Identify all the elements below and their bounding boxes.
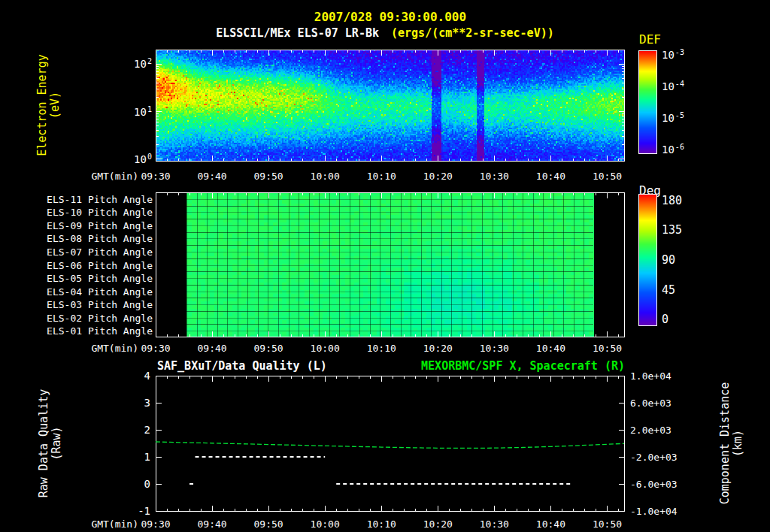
- deg-tick-label: 45: [662, 283, 675, 297]
- energy-tick-label: 100: [0, 153, 152, 165]
- def-tick-label: 10-3: [662, 49, 684, 61]
- def-tick-label-exp: -3: [675, 48, 684, 56]
- def-tick-label: 10-4: [662, 80, 684, 92]
- pitch-row-label: ELS-08 Pitch Angle: [0, 233, 153, 244]
- def-tick-label-exp: -5: [675, 111, 684, 119]
- distance-tick-label: -2.0e+03: [630, 452, 678, 463]
- pitch-row-label: ELS-03 Pitch Angle: [0, 299, 153, 310]
- deg-tick-label: 135: [662, 223, 682, 237]
- time-tick-label: 09:40: [197, 343, 226, 354]
- quality-tick-label: 1: [0, 451, 150, 463]
- bottom-right-series-title: MEXORBMC/SPF X, Spacecraft (R): [156, 359, 625, 373]
- pitch-row-label: ELS-07 Pitch Angle: [0, 246, 153, 257]
- energy-tick-label-base: 10: [134, 106, 147, 118]
- electron-energy-spectrogram: [156, 50, 625, 162]
- distance-ylabel-line1: Component Distance: [719, 382, 732, 505]
- def-tick-label-base: 10: [662, 144, 675, 156]
- time-tick-label: 10:40: [536, 343, 565, 354]
- energy-tick-label-base: 10: [134, 58, 147, 70]
- time-axis-bottom: GMT(min) 09:3009:4009:5010:0010:1010:201…: [0, 518, 770, 530]
- def-colorbar: [638, 50, 657, 154]
- subtitle-units: (ergs/(cm**2-sr-sec-eV)): [391, 26, 554, 40]
- quality-tick-label: -1: [0, 505, 150, 517]
- time-tick-label: 10:30: [480, 343, 509, 354]
- time-axis-middle: GMT(min) 09:3009:4009:5010:0010:1010:201…: [0, 343, 770, 355]
- quality-tick-label: 4: [0, 370, 150, 382]
- distance-tick-label: 1.0e+04: [630, 370, 671, 382]
- distance-tick-label: 2.0e+03: [630, 425, 671, 436]
- pitch-row-label: ELS-05 Pitch Angle: [0, 273, 153, 284]
- distance-ylabel: Component Distance (km): [719, 382, 744, 505]
- time-tick-label: 10:50: [593, 518, 622, 530]
- time-tick-label: 10:10: [367, 518, 396, 530]
- time-tick-label: 10:20: [423, 171, 453, 182]
- def-tick-label-base: 10: [662, 112, 675, 124]
- page-title: 2007/028 09:30:00.000: [156, 10, 625, 24]
- time-tick-label: 10:50: [593, 171, 622, 182]
- energy-tick-label: 101: [0, 106, 152, 118]
- def-tick-label-exp: -6: [675, 143, 684, 151]
- time-tick-label: 09:30: [141, 343, 170, 354]
- distance-tick-label: -1.0e+04: [630, 506, 678, 517]
- pitch-row-label: ELS-02 Pitch Angle: [0, 312, 153, 323]
- time-tick-label: 09:30: [141, 518, 170, 530]
- time-tick-label: 10:00: [311, 171, 340, 182]
- time-tick-label: 10:10: [367, 343, 396, 354]
- quality-tick-label: 3: [0, 397, 150, 409]
- quality-tick-label: 2: [0, 424, 150, 436]
- time-tick-label: 09:50: [254, 343, 283, 354]
- pitch-row-label: ELS-09 Pitch Angle: [0, 219, 153, 231]
- time-tick-label: 10:20: [423, 343, 453, 354]
- time-tick-label: 10:10: [367, 171, 396, 182]
- time-tick-label: 10:40: [536, 518, 565, 530]
- time-tick-label: 10:50: [593, 343, 622, 354]
- pitch-row-label: ELS-06 Pitch Angle: [0, 259, 153, 271]
- energy-tick-label-exp: 2: [147, 57, 152, 65]
- def-tick-label: 10-5: [662, 112, 684, 124]
- energy-tick-label-base: 10: [134, 153, 147, 165]
- def-colorbar-title: DEF: [639, 32, 661, 47]
- energy-tick-label-exp: 1: [147, 105, 152, 113]
- def-tick-label-base: 10: [662, 80, 675, 92]
- def-tick-label: 10-6: [662, 144, 684, 156]
- pitch-row-label: ELS-01 Pitch Angle: [0, 325, 153, 337]
- energy-tick-label: 102: [0, 58, 152, 70]
- deg-tick-label: 0: [662, 313, 668, 326]
- pitch-angle-heatmap: [156, 192, 625, 337]
- time-tick-label: 09:40: [197, 171, 226, 182]
- time-tick-label: 09:40: [197, 518, 226, 530]
- gmt-axis-label: GMT(min): [84, 343, 138, 354]
- time-tick-label: 10:20: [423, 518, 453, 530]
- time-tick-label: 10:30: [480, 518, 509, 530]
- time-tick-label: 10:00: [311, 343, 340, 354]
- science-plot-window: 2007/028 09:30:00.000 ELSSCIL/MEx ELS-07…: [0, 0, 770, 532]
- pitch-row-label: ELS-04 Pitch Angle: [0, 286, 153, 297]
- quality-distance-chart: [156, 376, 625, 512]
- time-tick-label: 10:40: [536, 171, 565, 182]
- distance-tick-label: -6.0e+03: [630, 479, 678, 490]
- time-tick-label: 10:30: [480, 171, 509, 182]
- time-tick-label: 09:30: [141, 171, 170, 182]
- quality-tick-label: 0: [0, 478, 150, 490]
- distance-tick-label: 6.0e+03: [630, 397, 671, 409]
- def-tick-label-exp: -4: [675, 80, 684, 88]
- time-axis-top: GMT(min) 09:3009:4009:5010:0010:1010:201…: [0, 171, 770, 183]
- deg-tick-label: 180: [662, 194, 682, 207]
- pitch-row-label: ELS-10 Pitch Angle: [0, 207, 153, 218]
- energy-tick-label-exp: 0: [147, 153, 152, 161]
- gmt-axis-label: GMT(min): [84, 171, 138, 182]
- subtitle-instrument: ELSSCIL/MEx ELS-07 LR-Bk: [216, 26, 379, 40]
- gmt-axis-label: GMT(min): [84, 518, 138, 530]
- time-tick-label: 10:00: [311, 518, 340, 530]
- time-tick-label: 09:50: [254, 518, 283, 530]
- pitch-row-label: ELS-11 Pitch Angle: [0, 193, 153, 204]
- deg-tick-label: 90: [662, 253, 675, 267]
- distance-ylabel-line2: (km): [731, 382, 744, 505]
- deg-colorbar: [638, 194, 657, 326]
- def-tick-label-base: 10: [662, 49, 675, 61]
- time-tick-label: 09:50: [254, 171, 283, 182]
